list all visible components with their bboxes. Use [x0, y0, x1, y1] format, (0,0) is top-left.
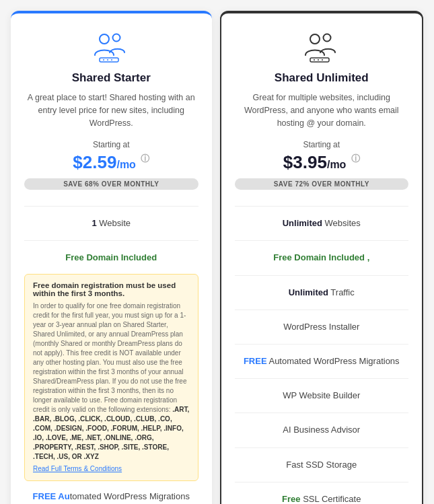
unlimited-starting-at: Starting at [235, 140, 409, 149]
ul-divider-4 [235, 310, 409, 310]
ul-divider-6 [235, 378, 409, 379]
unlimited-price-value: $3.95 [283, 152, 327, 172]
starter-card: Shared Starter A great place to start! S… [11, 11, 212, 504]
svg-rect-8 [310, 58, 329, 62]
svg-point-6 [310, 34, 320, 44]
svg-point-5 [111, 59, 112, 61]
unlimited-feature-ai: AI Business Advisor [235, 420, 409, 440]
ul-divider-1 [235, 206, 409, 207]
svg-point-4 [107, 59, 108, 61]
starter-desc: A great place to start! Shared hosting w… [24, 92, 198, 129]
divider-1 [24, 206, 198, 207]
unlimited-feature-builder: WP Website Builder [235, 386, 409, 406]
starter-websites-count: 1 [92, 218, 96, 228]
unlimited-feature-ssl: Free SSL Certificate [235, 489, 409, 504]
starter-feature-migrations: FREE Automated WordPress Migrations [24, 487, 198, 504]
svg-point-0 [100, 34, 109, 44]
unlimited-per: /mo [327, 159, 346, 170]
svg-point-9 [314, 59, 315, 61]
ul-divider-2 [235, 240, 409, 241]
unlimited-free-migrations-badge: FREE [244, 356, 267, 366]
ul-divider-9 [235, 482, 409, 482]
starter-icon [24, 30, 198, 63]
unlimited-feature-ssd: Fast SSD Storage [235, 455, 409, 475]
unlimited-feature-traffic: Unlimited Traffic [235, 283, 409, 303]
starter-title: Shared Starter [24, 71, 198, 85]
ul-divider-3 [235, 275, 409, 276]
unlimited-save-badge: SAVE 72% OVER MONTHLY [235, 178, 409, 190]
unlimited-title: Shared Unlimited [235, 71, 409, 85]
domain-note-title: Free domain registration must be used wi… [33, 281, 190, 297]
ul-divider-7 [235, 412, 409, 413]
unlimited-feature-websites: Unlimited Websites [235, 213, 409, 233]
starter-save-badge: SAVE 68% OVER MONTHLY [24, 178, 198, 190]
unlimited-traffic-label: Unlimited [289, 287, 328, 297]
ul-divider-8 [235, 447, 409, 448]
starter-feature-websites: 1 Website [24, 213, 198, 233]
starter-info-icon[interactable]: ⓘ [141, 154, 149, 164]
unlimited-feature-migrations: FREE Automated WordPress Migrations [235, 351, 409, 371]
svg-point-1 [113, 34, 120, 42]
unlimited-icon [235, 30, 409, 63]
ext-list: .ART, .BAR, .BLOG, .CLICK, .CLOUD, .CLUB… [33, 406, 189, 460]
domain-note-box: Free domain registration must be used wi… [24, 274, 198, 481]
unlimited-card: Shared Unlimited Great for multiple webs… [220, 11, 424, 504]
starter-starting-at: Starting at [24, 140, 198, 149]
ul-divider-5 [235, 344, 409, 345]
starter-price-value: $2.59 [73, 152, 116, 172]
unlimited-feature-wp-installer: WordPress Installer [235, 317, 409, 337]
read-full-terms-link[interactable]: Read Full Terms & Conditions [33, 464, 190, 474]
unlimited-feature-domain: Free Domain Included , [235, 248, 409, 268]
svg-point-10 [318, 59, 319, 61]
pricing-cards: Shared Starter A great place to start! S… [11, 11, 423, 504]
svg-point-3 [103, 59, 104, 61]
unlimited-free-domain: Free Domain Included , [273, 252, 369, 262]
starter-price: $2.59/mo ⓘ [24, 152, 198, 173]
svg-rect-2 [100, 58, 118, 62]
starter-per: /mo [116, 159, 135, 170]
divider-2 [24, 240, 198, 241]
unlimited-info-icon[interactable]: ⓘ [351, 154, 360, 164]
unlimited-websites-count: Unlimited [283, 218, 322, 228]
unlimited-price: $3.95/mo ⓘ [235, 152, 409, 173]
starter-free-domain: Free Domain Included [65, 252, 157, 262]
domain-note-body: In order to qualify for one free domain … [33, 301, 190, 474]
svg-point-7 [323, 34, 330, 42]
starter-free-migrations-label: FREE Au [33, 491, 70, 501]
starter-feature-domain: Free Domain Included [24, 248, 198, 268]
unlimited-desc: Great for multiple websites, including W… [235, 92, 409, 129]
unlimited-ssl-free: Free [282, 494, 300, 504]
svg-point-11 [322, 59, 323, 61]
